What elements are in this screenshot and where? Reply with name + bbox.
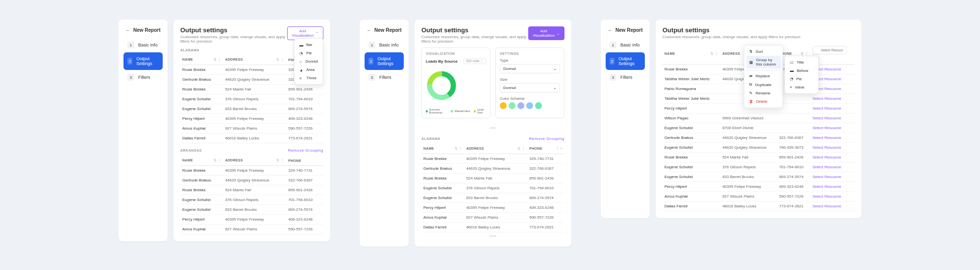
col-phone[interactable]: PHONE ⋮ + bbox=[527, 144, 564, 154]
select-resource-link[interactable]: Select Resource bbox=[810, 123, 855, 133]
type-select[interactable]: Donnut ⌄ bbox=[500, 64, 560, 73]
sidebar-header[interactable]: ← New Report bbox=[365, 24, 404, 38]
table-row[interactable]: Gertrude Brakus44620 Quigley Stravenue32… bbox=[662, 133, 855, 143]
menu-duplicate[interactable]: ⧉Duplicate bbox=[746, 80, 781, 89]
color-swatch[interactable] bbox=[509, 102, 515, 109]
main-panel: Output settings Customize resources, gro… bbox=[173, 20, 330, 241]
table-row[interactable]: Eugene Schulist376 Gibson Rapids701-794-… bbox=[662, 162, 855, 172]
table-row[interactable]: Eugene Schulist376 Gibson Rapids701-794-… bbox=[421, 183, 564, 193]
table-row[interactable]: Rosie Brekke524 Mante Fall859-901-2426 bbox=[180, 85, 323, 94]
col-address[interactable]: ADDRESS ⇅ ⋮ bbox=[464, 144, 527, 154]
sidebar-header[interactable]: ← New Report bbox=[123, 24, 163, 38]
menu-sort[interactable]: ⇅Sort bbox=[746, 47, 781, 56]
sidebar-header[interactable]: ← New Report bbox=[606, 24, 645, 38]
select-resource-link[interactable]: Select Resource bbox=[810, 104, 855, 113]
select-resource-link[interactable]: Select Resource bbox=[810, 182, 855, 192]
submenu-inline[interactable]: ≡Inline bbox=[787, 83, 816, 91]
menu-delete[interactable]: 🗑Delete bbox=[746, 97, 781, 106]
remove-grouping-link[interactable]: Remove Grouping bbox=[288, 148, 323, 153]
color-label: Color Scheme bbox=[500, 96, 560, 101]
select-resource-link[interactable]: Select Resource bbox=[810, 172, 855, 182]
type-label: Type bbox=[500, 58, 560, 63]
table-row[interactable]: Amos Kuphal927 Wisozk Plains590-557-7226 bbox=[180, 124, 323, 134]
table-row[interactable]: Amos Kuphal927 Wisozk Plains590-557-7226 bbox=[421, 213, 564, 223]
table-row[interactable]: Gertrude Brakus44620 Quigley Stravenue32… bbox=[180, 176, 323, 185]
table-row[interactable]: Eugene Schulist833 Barret Brooks869-274-… bbox=[180, 205, 323, 215]
select-resource-link[interactable]: Select Resource bbox=[810, 143, 855, 153]
table-row[interactable]: Wilson Pagac9969 Greenhalt ViaductSelect… bbox=[662, 113, 855, 123]
table-row[interactable]: Rosie Brekke40395 Felipe Freeway329-740-… bbox=[421, 154, 564, 164]
cell-name: Eugene Schulist bbox=[662, 143, 720, 153]
submenu-title[interactable]: ▭Title bbox=[787, 58, 816, 67]
sidebar-item-output-settings[interactable]: 2 Output Settings bbox=[606, 52, 645, 70]
select-resource-link[interactable]: Select Resource bbox=[810, 162, 855, 172]
table-row[interactable]: Gertrude Brakus44620 Quigley Stravenue32… bbox=[421, 164, 564, 174]
table-row[interactable]: Percy Hilpert40395 Felipe Freeway409-323… bbox=[421, 203, 564, 213]
menu-replace[interactable]: ⇄Replace bbox=[746, 72, 781, 80]
color-swatch[interactable] bbox=[526, 102, 533, 109]
menu-group-by[interactable]: ▦Group by this column ▭Title ▬Bellow ◔Pi… bbox=[746, 56, 781, 68]
color-swatch[interactable] bbox=[500, 102, 507, 109]
sidebar-item-filters[interactable]: 3 Filters bbox=[365, 70, 404, 85]
table-row[interactable]: Percy Hilpert40395 Felipe Freeway409-323… bbox=[662, 182, 855, 192]
viz-option-bar[interactable]: ▬Bar bbox=[296, 41, 321, 49]
select-resource-link[interactable]: Select Resource bbox=[810, 113, 855, 123]
color-swatch[interactable] bbox=[517, 102, 524, 109]
table-row[interactable]: Dallas Farrell46016 Bailey Locks773-674-… bbox=[662, 202, 855, 211]
menu-rename[interactable]: ✎Rename bbox=[746, 89, 781, 97]
cell-name: Gertrude Brakus bbox=[180, 75, 223, 85]
table-row[interactable]: Eugene Schulist8708 Ebert DivideSelect R… bbox=[662, 123, 855, 133]
col-name[interactable]: NAME ⇅ ⋮ bbox=[180, 55, 223, 65]
sidebar-item-basic-info[interactable]: 1 Basic Info bbox=[365, 38, 404, 52]
new-report-label: New Report bbox=[615, 27, 643, 33]
col-address[interactable]: ADDRESS ⇅ ⋮ bbox=[223, 156, 286, 166]
new-report-label: New Report bbox=[374, 27, 402, 33]
viz-option-donnut[interactable]: ○Donnut bbox=[296, 57, 321, 66]
resource-search-input[interactable] bbox=[812, 46, 847, 54]
select-resource-link[interactable]: Select Resource bbox=[810, 202, 855, 211]
add-visualization-button[interactable]: Add Visualization ⌄ bbox=[528, 26, 564, 40]
viz-option-three[interactable]: ≡Three bbox=[296, 74, 321, 82]
select-resource-link[interactable]: Select Resource bbox=[810, 133, 855, 143]
sidebar-item-basic-info[interactable]: 1 Basic Info bbox=[606, 38, 645, 52]
viz-option-pie[interactable]: ◔Pie bbox=[296, 49, 321, 57]
cell-phone: 773-674-2821 bbox=[286, 134, 323, 143]
table-row[interactable]: Eugene Schulist376 Gibson Rapids701-794-… bbox=[180, 94, 323, 104]
instance-3: ← New Report 1 Basic Info 2 Output Setti… bbox=[601, 20, 861, 218]
size-select[interactable]: Donnut ⌄ bbox=[500, 83, 560, 92]
table-row[interactable]: Percy Hilpert40395 Felipe Freeway409-323… bbox=[180, 215, 323, 225]
table-row[interactable]: Rosie Brekke524 Mante Fall859-901-2426Se… bbox=[662, 153, 855, 162]
col-address[interactable]: ADDRESS ⇅ ⋮ bbox=[223, 55, 286, 65]
col-name[interactable]: NAME ⇅ ⋮ bbox=[662, 43, 720, 65]
sidebar-item-output-settings[interactable]: 2 Output Settings bbox=[365, 52, 404, 70]
sidebar-item-basic-info[interactable]: 1 Basic Info bbox=[123, 38, 163, 52]
col-name[interactable]: NAME ⇅ ⋮ bbox=[421, 144, 464, 154]
table-row[interactable]: Eugene Schulist833 Barret Brooks869-274-… bbox=[421, 193, 564, 203]
table-row[interactable]: Eugene Schulist833 Barret Brooks869-274-… bbox=[662, 172, 855, 182]
table-row[interactable]: Rosie Brekke40395 Felipe Freeway329-740-… bbox=[180, 166, 323, 176]
sidebar-item-output-settings[interactable]: 2 Output Settings bbox=[123, 52, 163, 70]
table-row[interactable]: Amos Kuphal927 Wisozk Plains590-557-7226 bbox=[180, 225, 323, 234]
table-row[interactable]: Dallas Farrell46016 Bailey Locks773-674-… bbox=[180, 134, 323, 143]
select-resource-link[interactable]: Select Resource bbox=[810, 192, 855, 202]
sidebar-item-filters[interactable]: 3 Filters bbox=[606, 70, 645, 85]
submenu-pie[interactable]: ◔Pie bbox=[787, 75, 816, 83]
select-resource-link[interactable]: Select Resource bbox=[810, 94, 855, 104]
remove-grouping-link[interactable]: Remove Grouping bbox=[529, 136, 564, 141]
submenu-bellow[interactable]: ▬Bellow bbox=[787, 67, 816, 75]
table-row[interactable]: Eugene Schulist44620 Quigley Stravenue79… bbox=[662, 143, 855, 153]
viz-option-area[interactable]: ▲Area bbox=[296, 66, 321, 74]
chart-legend: Summer Bootcamp Masterment Lead Gen bbox=[426, 108, 486, 114]
col-name[interactable]: NAME ⇅ ⋮ bbox=[180, 156, 223, 166]
col-phone[interactable]: PHONE bbox=[286, 156, 323, 166]
table-row[interactable]: Rosie Brekke524 Mante Fall859-901-2426 bbox=[180, 185, 323, 195]
color-swatch[interactable] bbox=[535, 102, 542, 109]
sidebar-item-filters[interactable]: 3 Filters bbox=[123, 70, 163, 85]
table-row[interactable]: Amos Kuphal927 Wisozk Plains590-557-7226… bbox=[662, 192, 855, 202]
table-row[interactable]: Eugene Schulist376 Gibson Rapids701-794-… bbox=[180, 195, 323, 205]
select-resource-link[interactable]: Select Resource bbox=[810, 153, 855, 162]
table-row[interactable]: Dallas Farrell46016 Bailey Locks773-674-… bbox=[421, 223, 564, 232]
table-row[interactable]: Rosie Brekke524 Mante Fall859-901-2426 bbox=[421, 174, 564, 183]
table-row[interactable]: Eugene Schulist833 Barret Brooks869-274-… bbox=[180, 104, 323, 114]
table-row[interactable]: Percy Hilpert40395 Felipe Freeway409-323… bbox=[180, 114, 323, 124]
